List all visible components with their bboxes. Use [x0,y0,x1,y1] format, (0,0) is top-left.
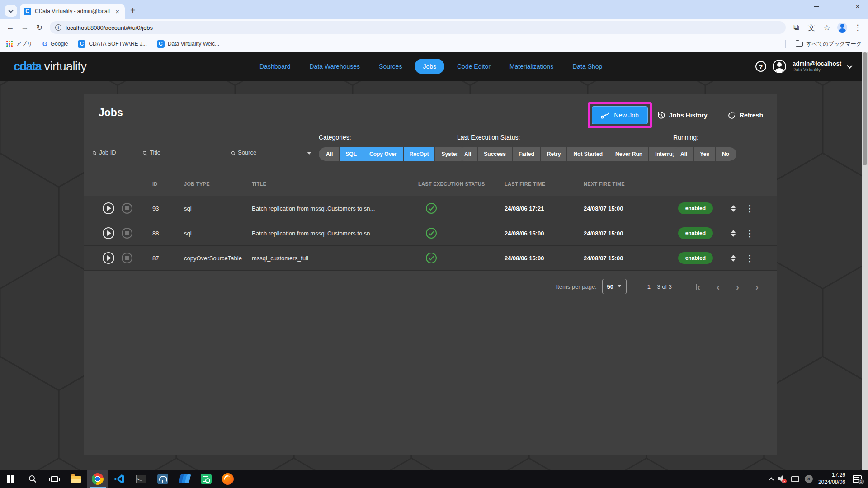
table-row: 93 sql Batch replication from mssql.Cust… [84,196,777,221]
nav-materializations[interactable]: Materializations [503,59,560,74]
row-menu-icon[interactable]: ⋮ [745,203,758,214]
translate-icon[interactable]: 文 [805,21,818,34]
nav-sources[interactable]: Sources [373,59,408,74]
site-info-icon[interactable]: i [55,24,61,31]
file-explorer-button[interactable] [65,470,87,488]
reload-button[interactable]: ↻ [33,21,46,34]
bookmark-data-virtuality[interactable]: C Data Virtuality Welc... [157,40,219,48]
profile-button[interactable] [835,21,849,34]
job-id-filter[interactable] [92,146,137,158]
play-button[interactable] [103,252,114,264]
nav-data-shop[interactable]: Data Shop [566,59,609,74]
last-fire-time: 24/08/06 15:00 [471,230,557,237]
chip-les-never-run[interactable]: Never Run [609,147,648,161]
terminal-button[interactable]: >_ [130,470,152,488]
row-menu-icon[interactable]: ⋮ [745,253,758,263]
play-button[interactable] [103,202,114,214]
sort-unfold-icon[interactable] [726,255,740,262]
chrome-button[interactable] [87,470,108,488]
chip-les-retry[interactable]: Retry [541,147,567,161]
bookmark-google[interactable]: G Google [42,40,68,47]
chip-running-yes[interactable]: Yes [694,147,715,161]
tray-app-icon[interactable]: × [805,475,813,483]
user-info[interactable]: admin@localhost Data Virtuality [793,60,841,73]
chip-all[interactable]: All [319,147,339,161]
tab-close-icon[interactable]: × [113,7,121,16]
address-bar[interactable]: i localhost:8080/account/#/u/0/jobs [50,21,786,34]
source-filter[interactable] [231,146,311,158]
new-tab-button[interactable]: + [130,6,136,15]
items-per-page-label: Items per page: [556,283,596,290]
chip-running-all[interactable]: All [673,147,693,161]
chip-recopt[interactable]: RecOpt [404,147,435,161]
next-page-button[interactable]: › [736,282,739,291]
job-id-input[interactable] [99,149,137,156]
url-text[interactable]: localhost:8080/account/#/u/0/jobs [66,24,153,31]
sort-unfold-icon[interactable] [726,230,740,237]
sort-unfold-icon[interactable] [726,205,740,212]
action-center-icon[interactable]: 1 [853,475,862,483]
enabled-badge[interactable]: enabled [678,252,713,264]
nav-jobs[interactable]: Jobs [415,59,444,74]
nav-code-editor[interactable]: Code Editor [451,59,497,74]
start-button[interactable] [0,470,22,488]
jobs-history-button[interactable]: Jobs History [656,111,708,120]
stop-button[interactable] [122,253,132,263]
browser-tab[interactable]: C CData Virtuality - admin@locall × [20,4,125,19]
chip-les-not-started[interactable]: Not Started [567,147,609,161]
help-icon[interactable]: ? [755,61,766,72]
success-check-icon [425,252,437,264]
forward-button[interactable]: → [18,21,32,34]
enabled-badge[interactable]: enabled [678,227,713,239]
row-menu-icon[interactable]: ⋮ [745,228,758,239]
user-avatar-icon[interactable] [773,60,786,73]
share-icon[interactable]: ⧉ [789,21,803,34]
title-filter[interactable] [142,146,225,158]
maximize-button[interactable] [826,0,847,14]
all-bookmarks-button[interactable]: すべてのブックマーク [796,40,862,48]
prev-page-button[interactable]: ‹ [717,282,720,291]
network-icon[interactable] [791,476,799,482]
tray-expand-icon[interactable] [769,477,774,482]
nav-dashboard[interactable]: Dashboard [253,59,297,74]
chip-copy-over[interactable]: Copy Over [363,147,403,161]
orange-app-button[interactable] [217,470,239,488]
taskbar-clock[interactable]: 17:26 2024/08/06 [818,472,845,486]
chip-les-all[interactable]: All [457,147,477,161]
folder-icon [796,42,803,47]
first-page-button[interactable]: ‹ [696,282,700,291]
tab-search-button[interactable] [5,5,17,17]
task-view-button[interactable] [43,470,65,488]
refresh-button[interactable]: Refresh [727,111,763,120]
items-per-page-select[interactable]: 50 [602,279,627,294]
last-page-button[interactable]: › [755,282,760,291]
chip-les-failed[interactable]: Failed [513,147,540,161]
speaker-muted-icon[interactable]: × [778,475,786,483]
chip-sql[interactable]: SQL [340,147,363,161]
vscode-button[interactable] [108,470,130,488]
chip-running-no[interactable]: No [716,147,736,161]
close-window-button[interactable]: × [847,0,868,14]
taskbar-search-button[interactable] [22,470,43,488]
bookmark-star-icon[interactable]: ☆ [820,21,834,34]
back-button[interactable]: ← [4,21,17,34]
bookmark-apps[interactable]: アプリ [6,40,33,48]
play-button[interactable] [103,227,114,239]
title-input[interactable] [150,149,225,156]
stop-button[interactable] [122,228,132,239]
source-select[interactable] [238,149,305,156]
nav-data-warehouses[interactable]: Data Warehouses [303,59,367,74]
page-scrollbar[interactable] [862,52,868,470]
minimize-button[interactable] [806,0,826,14]
stop-button[interactable] [122,203,132,214]
enabled-badge[interactable]: enabled [678,202,713,214]
bookmark-cdata-software[interactable]: C CDATA SOFTWARE J... [78,40,146,48]
chip-les-success[interactable]: Success [478,147,512,161]
layers-app-button[interactable] [174,470,195,488]
log-viewer-button[interactable] [195,470,217,488]
chevron-down-icon[interactable] [847,63,853,69]
pgadmin-button[interactable] [152,470,174,488]
new-job-button[interactable]: New Job [592,106,648,124]
scrollbar-thumb[interactable] [863,52,867,165]
browser-menu-icon[interactable]: ⋮ [851,21,864,34]
